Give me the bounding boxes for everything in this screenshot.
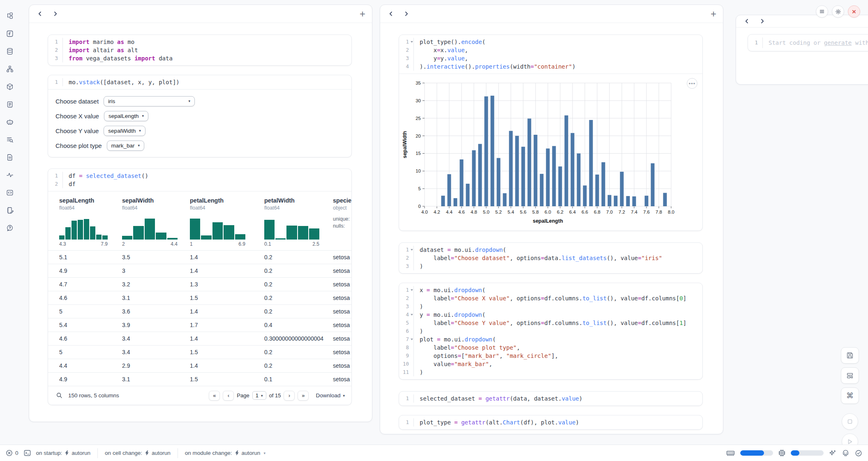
page-select[interactable]: 1▾ <box>252 391 266 400</box>
svg-text:15: 15 <box>416 151 421 156</box>
prev-page-button[interactable]: ‹ <box>223 391 234 401</box>
dropdown-controls-output: Choose datasetiris▾Choose X valuesepalLe… <box>48 89 351 157</box>
table-row[interactable]: 4.63.41.40.30000000000000004setosa <box>48 332 351 345</box>
next-page-button[interactable]: › <box>284 391 295 401</box>
column-header[interactable]: speciesobjectunique:nulls: <box>333 196 352 247</box>
column-2-header: + <box>380 5 723 23</box>
dropdown-select[interactable]: iris▾ <box>104 96 195 106</box>
ai-chat-icon[interactable] <box>5 117 15 127</box>
svg-text:5.6: 5.6 <box>520 210 526 214</box>
table-row[interactable]: 5.13.51.40.2setosa <box>48 250 351 264</box>
table-row[interactable]: 4.931.40.2setosa <box>48 264 351 277</box>
svg-text:7.0: 7.0 <box>606 210 613 214</box>
chevron-down-icon: ▾ <box>263 451 265 455</box>
column-move-right-icon[interactable] <box>404 11 409 16</box>
outline-icon[interactable] <box>5 99 15 110</box>
svg-text:7.8: 7.8 <box>656 210 662 214</box>
cell-xy-plot-dropdowns[interactable]: 1x = mo.ui.dropdown(2 label="Choose X va… <box>399 283 703 380</box>
add-column-button[interactable]: + <box>711 9 716 19</box>
add-column-button[interactable]: + <box>360 9 365 19</box>
code-editor[interactable]: 1mo.vstack([dataset, x, y, plot]) <box>48 75 351 89</box>
editor-placeholder[interactable]: Start coding or generate with AI. <box>769 37 868 48</box>
close-icon[interactable]: × <box>848 5 860 18</box>
error-circle-icon <box>6 449 13 456</box>
file-tree-icon[interactable] <box>5 11 15 21</box>
cell-selected-dataset[interactable]: 1selected_dataset = getattr(data, datase… <box>399 391 703 406</box>
column-header[interactable]: petalWidthfloat640.12.5 <box>264 196 333 247</box>
dropdown-select[interactable]: sepalWidth▾ <box>104 126 145 136</box>
documentation-icon[interactable] <box>5 152 15 163</box>
help-icon[interactable] <box>5 223 15 233</box>
svg-text:6.4: 6.4 <box>569 210 576 214</box>
code-editor[interactable]: 1plot_type = getattr(alt.Chart(df), plot… <box>399 415 702 429</box>
functions-icon[interactable] <box>5 28 15 39</box>
tracing-icon[interactable] <box>5 170 15 180</box>
settings-gear-icon[interactable] <box>832 5 844 18</box>
table-row[interactable]: 4.42.91.40.2setosa <box>48 359 351 372</box>
divider <box>178 448 178 458</box>
search-icon[interactable] <box>56 392 62 399</box>
last-page-button[interactable]: » <box>298 391 309 401</box>
cell-empty-editor[interactable]: 1 Start coding or generate with AI. <box>748 34 868 51</box>
on-startup-toggle[interactable]: on startup: autorun <box>36 450 91 456</box>
dependency-graph-icon[interactable] <box>5 64 15 74</box>
column-move-left-icon[interactable] <box>744 18 750 24</box>
scratchpad-icon[interactable] <box>5 205 15 216</box>
errors-indicator[interactable]: 0 <box>6 449 18 456</box>
pagination: « ‹ Page 1▾ of 15 › » Download▾ <box>209 391 345 401</box>
column-move-left-icon[interactable] <box>37 11 43 16</box>
stop-icon[interactable] <box>842 413 858 430</box>
code-editor[interactable]: 1plot_type().encode(2 x=x.value,3 y=y.va… <box>399 35 702 74</box>
cpu-usage-bar <box>791 450 824 456</box>
code-editor[interactable]: 1dataset = mo.ui.dropdown(2 label="Choos… <box>399 243 702 273</box>
column-move-left-icon[interactable] <box>388 11 394 16</box>
code-editor[interactable]: 1import marimo as mo2import altair as al… <box>48 35 351 65</box>
column-panel-1: + 1import marimo as mo2import altair as … <box>29 5 372 422</box>
svg-text:4.0: 4.0 <box>421 210 428 214</box>
cell-dataset-dropdown[interactable]: 1dataset = mo.ui.dropdown(2 label="Choos… <box>399 242 703 274</box>
menu-icon[interactable] <box>816 5 828 18</box>
column-header[interactable]: sepalLengthfloat644.37.9 <box>59 196 122 247</box>
datasources-icon[interactable] <box>5 46 15 57</box>
code-editor[interactable]: 1selected_dataset = getattr(data, datase… <box>399 392 702 406</box>
layout-icon[interactable] <box>841 367 859 384</box>
column-histogram <box>59 216 108 240</box>
cell-plot-type[interactable]: 1plot_type = getattr(alt.Chart(df), plot… <box>399 415 703 430</box>
table-row[interactable]: 4.93.11.50.1setosa <box>48 372 351 386</box>
packages-icon[interactable] <box>5 81 15 92</box>
generate-link[interactable]: generate <box>824 39 852 46</box>
copilot-robot-icon[interactable] <box>842 449 850 457</box>
bar-chart[interactable]: 4.04.24.44.64.85.05.25.45.65.86.06.26.46… <box>401 77 693 229</box>
svg-text:4.2: 4.2 <box>434 210 440 214</box>
table-row[interactable]: 5.43.91.70.4setosa <box>48 318 351 332</box>
dropdown-select[interactable]: mark_bar▾ <box>107 141 145 151</box>
cell-dataframe[interactable]: 1df = selected_dataset()2df sepalLengthf… <box>48 168 352 405</box>
table-row[interactable]: 53.41.50.2setosa <box>48 345 351 359</box>
column-header[interactable]: petalLengthfloat6416.9 <box>190 196 264 247</box>
code-editor[interactable]: 1x = mo.ui.dropdown(2 label="Choose X va… <box>399 283 702 379</box>
on-module-change-toggle[interactable]: on module change: autorun ▾ <box>185 450 265 456</box>
cell-chart[interactable]: 1plot_type().encode(2 x=x.value,3 y=y.va… <box>399 35 703 231</box>
column-move-right-icon[interactable] <box>760 18 765 24</box>
connection-status-icon[interactable] <box>855 449 862 457</box>
table-row[interactable]: 4.63.11.50.2setosa <box>48 291 351 304</box>
cell-imports[interactable]: 1import marimo as mo2import altair as al… <box>48 35 352 66</box>
on-cell-change-toggle[interactable]: on cell change: autorun <box>105 450 171 456</box>
download-button[interactable]: Download▾ <box>316 392 345 399</box>
column-move-right-icon[interactable] <box>53 11 58 16</box>
logs-icon[interactable] <box>5 134 15 145</box>
column-header[interactable]: sepalWidthfloat6424.4 <box>122 196 190 247</box>
table-row[interactable]: 4.73.21.30.2setosa <box>48 277 351 291</box>
ai-sparkles-icon[interactable] <box>829 449 836 457</box>
dropdown-select[interactable]: sepalLength▾ <box>104 111 148 121</box>
code-editor[interactable]: 1df = selected_dataset()2df <box>48 169 351 191</box>
save-icon[interactable] <box>841 347 859 364</box>
svg-text:6.0: 6.0 <box>545 210 551 214</box>
table-row[interactable]: 53.61.40.2setosa <box>48 304 351 318</box>
cell-vstack[interactable]: 1mo.vstack([dataset, x, y, plot]) Choose… <box>48 75 352 157</box>
terminal-icon[interactable] <box>23 449 31 457</box>
first-page-button[interactable]: « <box>209 391 220 401</box>
snippets-icon[interactable] <box>5 187 15 198</box>
chart-actions-icon[interactable]: ••• <box>687 78 697 89</box>
keyboard-shortcuts-icon[interactable]: ⌘ <box>841 387 859 404</box>
